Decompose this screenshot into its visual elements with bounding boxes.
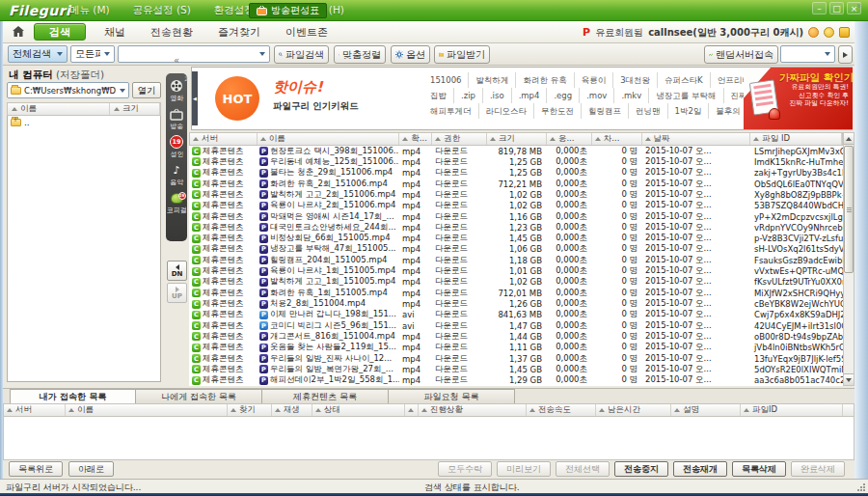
list-move-button-0[interactable]: 목록위로 [9, 461, 63, 477]
tab-1[interactable]: 채널 [92, 21, 138, 43]
membership-label[interactable]: 유료회원됨 [595, 26, 643, 40]
column-header-1[interactable]: 이름 [258, 133, 400, 145]
server-select[interactable] [780, 45, 835, 63]
recharge-icon[interactable] [839, 27, 850, 38]
transfer-column-header-1[interactable]: 이름 [66, 404, 228, 416]
cash-icon[interactable] [824, 27, 834, 38]
hot-keyword[interactable]: .egg [547, 88, 580, 103]
column-header-5[interactable]: 응... [547, 133, 592, 145]
transfer-column-header-5[interactable] [405, 404, 419, 416]
file-row[interactable]: C제휴콘텐츠P화려한 유혹_2회_151006.mp4mp4다운로드712,21… [189, 179, 843, 189]
transfer-column-header-3[interactable]: 재생 [272, 404, 312, 416]
scroll-up-arrow[interactable] [844, 133, 854, 145]
file-row[interactable]: C제휴콘텐츠P냉장고를 부탁해_47회_151005...mp4다운로드1,06… [189, 244, 843, 255]
hot-keyword[interactable]: 슈퍼스타K [658, 72, 711, 88]
tab-3[interactable]: 즐겨찾기 [205, 21, 273, 43]
transfer-column-header-4[interactable]: 상태 [312, 404, 405, 416]
options-button[interactable]: 옵션 [391, 45, 430, 64]
hot-keyword[interactable]: 언프리티 [711, 72, 744, 88]
file-row[interactable]: C제휴콘텐츠P발칙하게 고고_1회_151005.mp4mp4다운로드1,02 … [189, 277, 843, 288]
category-mascot[interactable]: 19 코피걸 [166, 190, 187, 215]
file-row[interactable]: C제휴콘텐츠P육룡이 나르샤_2회_151006.mp4mp4다운로드1,02 … [189, 201, 843, 211]
scroll-up-button[interactable]: UP [167, 283, 187, 303]
hot-keyword[interactable]: 무한도전 [534, 103, 582, 119]
file-row[interactable]: C제휴콘텐츠P비정상회담_66회_151005.mp4mp4다운로드1,45 G… [189, 234, 843, 244]
file-row[interactable]: C제휴콘텐츠P개그콘서트_816회_151004.mp4mp4다운로드1,44 … [189, 331, 843, 342]
hot-keyword[interactable]: .iso [483, 88, 512, 103]
receive-file-button[interactable]: 파일받기 [434, 45, 490, 64]
file-row[interactable]: C제휴콘텐츠P현장토크쇼 택시_398회_151006...mp4다운로드819… [189, 146, 843, 156]
hot-keyword[interactable]: .mkv [614, 88, 649, 103]
file-row[interactable]: C제휴콘텐츠P화려한 유혹_1회_151005.mp4mp4다운로드712,01… [189, 288, 843, 298]
transfer-tab-3[interactable]: 파일요청 목록 [389, 389, 515, 404]
file-row[interactable]: C제휴콘텐츠P우리동네 예체능_125회_151006...mp4다운로드1,2… [189, 156, 843, 167]
transfer-column-header-10[interactable]: 파일ID [741, 404, 843, 416]
search-input[interactable] [118, 45, 270, 63]
category-broadcast[interactable]: 방송 [166, 106, 187, 131]
file-row[interactable]: C제휴콘텐츠P처용2_8회_151004.mp4mp4다운로드1,26 GB0,… [189, 298, 843, 309]
collapse-panel-icon[interactable]: » [854, 3, 864, 9]
hot-keyword[interactable]: 화려한 유혹 [516, 72, 574, 88]
hot-keyword[interactable]: .mov [580, 88, 614, 103]
file-row[interactable]: C제휴콘텐츠P힐링캠프_204회_151005.mp4mp4다운로드1,18 G… [189, 255, 843, 265]
hot-keyword[interactable]: 힐링캠프 [582, 103, 629, 119]
home-icon[interactable] [13, 26, 24, 37]
search-scope-select[interactable]: 전체검색 [8, 45, 68, 63]
column-header-4[interactable]: 크기 [487, 133, 547, 145]
hot-keyword[interactable]: 냉장고를 부탁해 [649, 88, 723, 103]
hot-keyword[interactable]: 3대천왕 [613, 72, 658, 88]
parent-folder-row[interactable]: .. [8, 116, 160, 128]
hot-keyword[interactable]: 1박2일 [668, 103, 710, 119]
transfer-tab-1[interactable]: 나에게 접속한 목록 [136, 389, 262, 404]
menu-item[interactable]: 공유설정 (S) [133, 4, 191, 17]
transfer-column-header-2[interactable]: 찾기 [228, 404, 272, 416]
open-folder-button[interactable]: 열기 [132, 82, 161, 98]
hot-keyword[interactable]: .zip [454, 88, 483, 103]
file-search-button[interactable]: 파일검색 [274, 45, 329, 64]
column-header-6[interactable]: 차... [592, 133, 642, 145]
menu-item[interactable]: 메뉴 (M) [69, 4, 110, 17]
connect-button[interactable] [838, 45, 853, 64]
tab-0[interactable]: 검색 [34, 23, 86, 41]
tab-2[interactable]: 전송현황 [138, 21, 205, 43]
column-header-0[interactable]: 서버 [190, 133, 258, 145]
file-row[interactable]: C제휴콘텐츠P해피선데이2부_1박2일_558회_1...mp4다운로드1,29… [189, 375, 843, 386]
scroll-down-arrow[interactable] [844, 373, 854, 385]
file-row[interactable]: C제휴콘텐츠P발칙하게 고고_2회_151006.mp4mp4다운로드1,02 … [189, 189, 843, 200]
hot-keyword[interactable]: 라디오스타 [479, 103, 535, 119]
collapse-sidebar-icon[interactable]: « [174, 55, 179, 66]
transfer-button-4[interactable]: 전송재개 [673, 461, 727, 477]
hot-keyword[interactable]: 육룡이 [575, 72, 614, 88]
transfer-tab-2[interactable]: 제휴컨텐츠 목록 [262, 389, 389, 404]
file-row[interactable]: C제휴콘텐츠P육룡이 나르샤_1회_151005.mp4mp4다운로드1,01 … [189, 265, 843, 276]
hot-keyword[interactable]: 집밥 [423, 88, 454, 103]
custom-sort-button[interactable]: 맞춤정렬 [334, 45, 386, 64]
column-header-3[interactable]: 권한 [432, 133, 487, 145]
hot-keyword[interactable]: 발칙하게 [469, 72, 516, 88]
transfer-column-header-8[interactable]: 남은시간 [596, 404, 671, 416]
transfer-tab-0[interactable]: 내가 접속한 목록 [10, 389, 136, 404]
maximize-button[interactable]: □ [829, 2, 844, 14]
hot-keyword[interactable]: 런닝맨 [629, 103, 668, 119]
column-header-name[interactable]: 이름 [8, 103, 110, 115]
hot-keyword[interactable]: 해피투게더 [423, 103, 479, 119]
hot-keyword[interactable]: 진짜 사나이 [724, 88, 744, 103]
hot-keyword[interactable]: 151006 [423, 72, 469, 88]
column-header-2[interactable]: 확... [399, 133, 432, 145]
scroll-down-button[interactable]: DN [167, 261, 187, 281]
file-row[interactable]: C제휴콘텐츠P막돼먹은 영애씨 시즌14_17회_...mp4다운로드1,16 … [189, 211, 843, 222]
transfer-column-header-6[interactable]: 진행상황 [419, 404, 527, 416]
transfer-button-5[interactable]: 목록삭제 [732, 461, 786, 477]
save-folder-path-select[interactable]: C:₩Users₩skhong₩Docur [7, 82, 129, 98]
category-adult[interactable]: 19 성인 [166, 134, 187, 159]
category-music[interactable]: ♪ 음악 [166, 162, 187, 187]
banner-collapse-handle[interactable]: ◀ [192, 71, 198, 125]
transfer-button-0[interactable]: 모두수락 [438, 461, 492, 477]
file-row[interactable]: C제휴콘텐츠P우리들의 일밤_진짜 사나이_12...mp4다운로드1,37 G… [189, 353, 843, 364]
ad-banner[interactable]: 가짜파일 확인기능 유료회원만의 특권! 신고횟수 확인 후 진짜 파일 다운하… [744, 68, 853, 129]
transfer-button-2[interactable]: 전체선택 [556, 461, 610, 477]
random-server-button[interactable]: 랜덤서버접속 [704, 45, 778, 64]
column-header-7[interactable]: 날짜 [642, 133, 751, 145]
column-header-8[interactable]: 파일 ID [750, 133, 842, 145]
broadcast-schedule-button[interactable]: 방송편성표 [249, 3, 327, 18]
